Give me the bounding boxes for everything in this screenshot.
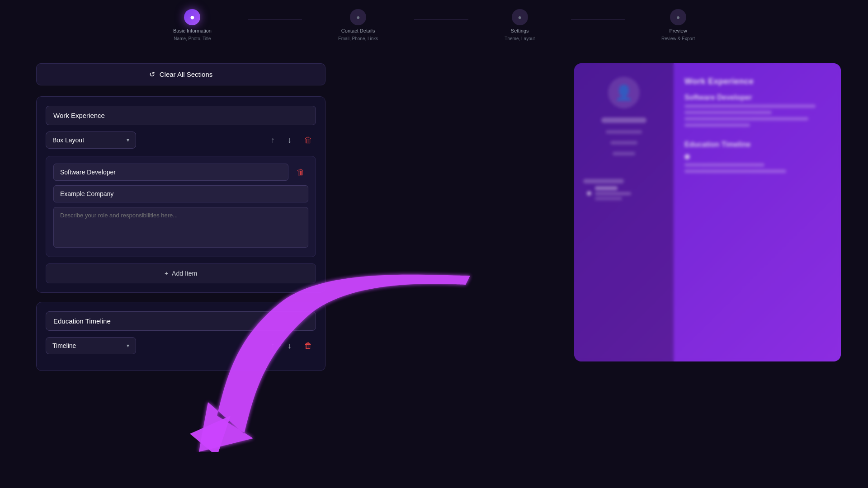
education-layout-row: Timeline ▾ ↑ ↓ 🗑: [46, 337, 316, 354]
work-experience-layout-row: Box Layout ▾ ↑ ↓ 🗑: [46, 131, 316, 149]
step-sublabel-4: Review & Export: [661, 36, 695, 41]
layout-select-value: Box Layout: [52, 136, 84, 144]
step-circle-4: ●: [670, 9, 686, 25]
resume-name-placeholder: [601, 117, 646, 123]
resume-detail-line-2: [610, 141, 637, 145]
resume-edu-preview: [583, 172, 665, 200]
edu-item-content: [595, 186, 631, 200]
clear-all-label: Clear All Sections: [160, 70, 213, 78]
nav-connector-1: [248, 19, 302, 20]
step-circle-3: ●: [512, 9, 528, 25]
edu-dot: [587, 191, 591, 196]
move-up-button-work[interactable]: ↑: [267, 133, 278, 148]
top-navigation: ● Basic Information Name, Photo, Title ●…: [0, 0, 868, 55]
nav-step-1[interactable]: ● Basic Information Name, Photo, Title: [173, 9, 212, 41]
nav-connector-3: [571, 19, 625, 20]
delete-item-button[interactable]: 🗑: [293, 165, 308, 180]
edu-degree: [595, 197, 622, 200]
resume-detail-line-1: [606, 130, 642, 134]
resume-detail-line-3: [613, 152, 635, 155]
edu-item-row: [583, 186, 665, 200]
step-circle-1: ●: [184, 9, 200, 25]
resume-blurred-line-4: [684, 123, 750, 127]
company-input[interactable]: [53, 185, 308, 202]
add-item-button[interactable]: + Add Item: [46, 263, 316, 283]
edu-year: [595, 186, 618, 190]
plus-icon: +: [165, 270, 168, 277]
step-label-3: Settings: [511, 28, 529, 33]
resume-right-column: Work Experience Software Developer Educa…: [674, 63, 841, 361]
description-textarea[interactable]: [53, 207, 308, 248]
resume-job-title: Software Developer: [684, 94, 830, 102]
resume-blurred-line-2: [684, 111, 772, 114]
work-experience-title-input[interactable]: [46, 106, 316, 125]
item-header: 🗑: [53, 164, 308, 181]
resume-edu-dot: [684, 154, 690, 160]
chevron-down-icon-edu: ▾: [127, 343, 129, 349]
nav-step-3[interactable]: ● Settings Theme, Layout: [505, 9, 535, 41]
resume-blurred-line-3: [684, 117, 808, 121]
move-up-button-edu[interactable]: ↑: [267, 338, 278, 353]
resume-edu-line-2: [684, 169, 786, 173]
resume-preview-inner: 👤 Work Experience Softw: [574, 63, 841, 361]
education-timeline-section: Timeline ▾ ↑ ↓ 🗑: [36, 302, 326, 371]
job-title-input[interactable]: [53, 164, 288, 181]
move-down-button-edu[interactable]: ↓: [284, 338, 295, 353]
nav-connector-2: [414, 19, 468, 20]
add-item-label: Add Item: [172, 270, 197, 277]
step-circle-2: ●: [350, 9, 366, 25]
step-sublabel-1: Name, Photo, Title: [174, 36, 211, 41]
resume-edu-section-title: Education Timeline: [684, 141, 830, 149]
clear-all-button[interactable]: ↺ Clear All Sections: [36, 63, 326, 85]
svg-marker-0: [190, 416, 231, 452]
step-sublabel-3: Theme, Layout: [505, 36, 535, 41]
edu-section-label: [583, 179, 624, 183]
step-label-2: Contact Details: [341, 28, 375, 33]
resume-avatar: 👤: [608, 77, 640, 108]
left-panel: ↺ Clear All Sections Box Layout ▾ ↑ ↓ 🗑 …: [36, 63, 326, 380]
nav-step-4[interactable]: ● Preview Review & Export: [661, 9, 695, 41]
delete-section-edu-button[interactable]: 🗑: [301, 338, 316, 353]
chevron-down-icon: ▾: [127, 137, 129, 143]
resume-preview-panel: 👤 Work Experience Softw: [574, 63, 841, 361]
work-experience-section: Box Layout ▾ ↑ ↓ 🗑 🗑 + Add Item: [36, 96, 326, 293]
layout-select-work[interactable]: Box Layout ▾: [46, 131, 136, 149]
resume-edu-line-1: [684, 163, 764, 167]
work-item-card-0: 🗑: [46, 156, 316, 257]
step-label-1: Basic Information: [173, 28, 212, 33]
layout-select-edu-value: Timeline: [52, 342, 76, 349]
nav-step-2[interactable]: ● Contact Details Email, Phone, Links: [338, 9, 378, 41]
layout-select-education[interactable]: Timeline ▾: [46, 337, 136, 354]
step-label-4: Preview: [669, 28, 687, 33]
education-title-input[interactable]: [46, 311, 316, 331]
resume-left-column: 👤: [574, 63, 674, 361]
edu-school: [595, 192, 631, 195]
resume-work-section-title: Work Experience: [684, 77, 830, 86]
reset-icon: ↺: [149, 70, 155, 79]
move-down-button-work[interactable]: ↓: [284, 133, 295, 148]
resume-blurred-line-1: [684, 104, 816, 108]
delete-section-work-button[interactable]: 🗑: [301, 133, 316, 148]
step-sublabel-2: Email, Phone, Links: [338, 36, 378, 41]
